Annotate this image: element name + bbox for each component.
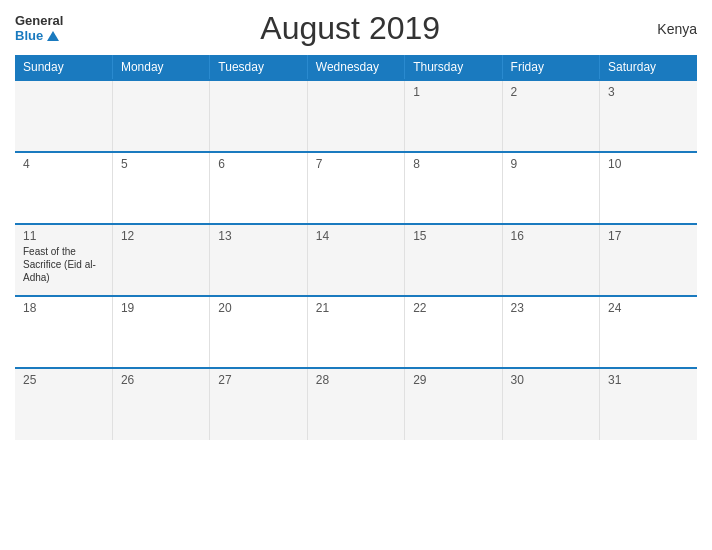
day-number: 31 [608,373,689,387]
day-number: 24 [608,301,689,315]
calendar-cell: 26 [112,368,209,440]
logo-blue-text: Blue [15,29,63,43]
day-number: 23 [511,301,591,315]
day-number: 28 [316,373,396,387]
calendar-cell: 20 [210,296,307,368]
calendar-week-row: 18192021222324 [15,296,697,368]
calendar-cell: 18 [15,296,112,368]
calendar-cell: 11Feast of the Sacrifice (Eid al-Adha) [15,224,112,296]
event-label: Feast of the Sacrifice (Eid al-Adha) [23,245,104,284]
col-sunday: Sunday [15,55,112,80]
day-number: 22 [413,301,493,315]
calendar-cell: 23 [502,296,599,368]
col-wednesday: Wednesday [307,55,404,80]
day-number: 14 [316,229,396,243]
calendar-table: Sunday Monday Tuesday Wednesday Thursday… [15,55,697,440]
calendar-cell: 19 [112,296,209,368]
day-number: 26 [121,373,201,387]
day-number: 27 [218,373,298,387]
calendar-cell: 14 [307,224,404,296]
day-number: 6 [218,157,298,171]
calendar-cell: 3 [600,80,697,152]
calendar-cell: 8 [405,152,502,224]
logo-general-text: General [15,14,63,28]
day-number: 11 [23,229,104,243]
calendar-cell: 7 [307,152,404,224]
day-number: 3 [608,85,689,99]
day-number: 30 [511,373,591,387]
day-number: 18 [23,301,104,315]
calendar-cell: 2 [502,80,599,152]
calendar-cell: 30 [502,368,599,440]
calendar-cell: 31 [600,368,697,440]
day-number: 4 [23,157,104,171]
day-number: 25 [23,373,104,387]
calendar-cell: 10 [600,152,697,224]
month-title: August 2019 [63,10,637,47]
calendar-cell: 4 [15,152,112,224]
calendar-cell: 22 [405,296,502,368]
header: General Blue August 2019 Kenya [15,10,697,47]
calendar-cell: 15 [405,224,502,296]
country-label: Kenya [637,21,697,37]
calendar-cell: 24 [600,296,697,368]
day-number: 13 [218,229,298,243]
calendar-week-row: 45678910 [15,152,697,224]
calendar-cell: 17 [600,224,697,296]
calendar-cell [210,80,307,152]
logo: General Blue [15,14,63,43]
calendar-cell: 21 [307,296,404,368]
calendar-cell [307,80,404,152]
calendar-cell: 27 [210,368,307,440]
day-number: 19 [121,301,201,315]
calendar-header-row: Sunday Monday Tuesday Wednesday Thursday… [15,55,697,80]
calendar-cell [15,80,112,152]
calendar-cell: 1 [405,80,502,152]
col-thursday: Thursday [405,55,502,80]
day-number: 9 [511,157,591,171]
calendar-cell: 25 [15,368,112,440]
calendar-cell: 13 [210,224,307,296]
calendar-cell: 16 [502,224,599,296]
day-number: 29 [413,373,493,387]
calendar-cell: 29 [405,368,502,440]
logo-triangle-icon [47,31,59,41]
day-number: 12 [121,229,201,243]
day-number: 21 [316,301,396,315]
col-saturday: Saturday [600,55,697,80]
day-number: 10 [608,157,689,171]
calendar-cell: 12 [112,224,209,296]
calendar-cell: 6 [210,152,307,224]
day-number: 16 [511,229,591,243]
page: General Blue August 2019 Kenya Sunday Mo… [0,0,712,550]
day-number: 2 [511,85,591,99]
col-monday: Monday [112,55,209,80]
day-number: 8 [413,157,493,171]
calendar-cell: 9 [502,152,599,224]
calendar-cell: 5 [112,152,209,224]
col-tuesday: Tuesday [210,55,307,80]
day-number: 15 [413,229,493,243]
day-number: 1 [413,85,493,99]
day-number: 17 [608,229,689,243]
calendar-week-row: 25262728293031 [15,368,697,440]
calendar-week-row: 11Feast of the Sacrifice (Eid al-Adha)12… [15,224,697,296]
day-number: 7 [316,157,396,171]
day-number: 20 [218,301,298,315]
col-friday: Friday [502,55,599,80]
calendar-week-row: 123 [15,80,697,152]
day-number: 5 [121,157,201,171]
calendar-cell: 28 [307,368,404,440]
calendar-cell [112,80,209,152]
